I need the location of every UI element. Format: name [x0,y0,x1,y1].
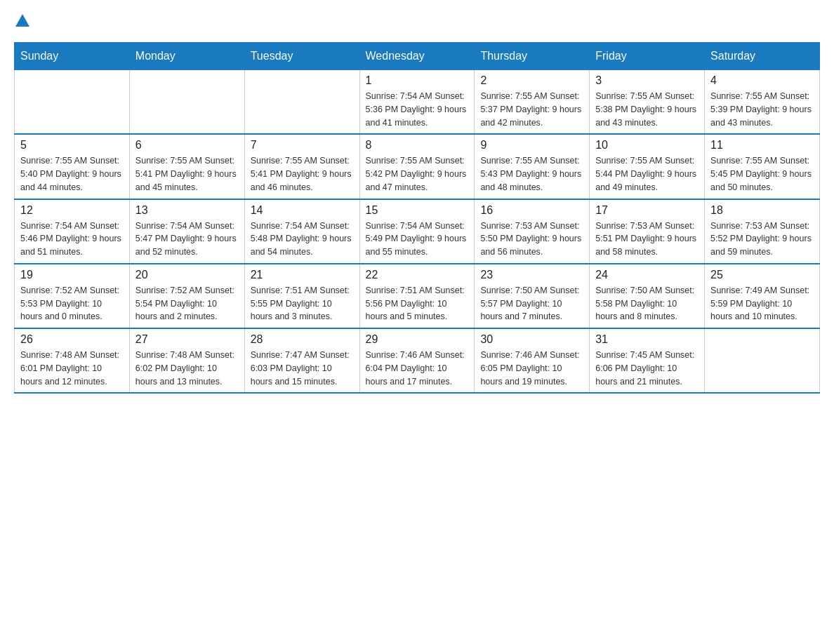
day-info: Sunrise: 7:54 AM Sunset: 5:36 PM Dayligh… [366,90,469,129]
day-info: Sunrise: 7:53 AM Sunset: 5:52 PM Dayligh… [710,220,814,259]
day-header-friday: Friday [590,43,705,70]
day-number: 7 [251,139,354,152]
day-number: 21 [251,269,354,281]
calendar-body: 1Sunrise: 7:54 AM Sunset: 5:36 PM Daylig… [15,70,820,394]
calendar-cell: 17Sunrise: 7:53 AM Sunset: 5:51 PM Dayli… [590,199,705,264]
day-number: 27 [135,333,239,346]
day-number: 24 [595,269,699,281]
calendar-cell [705,328,820,393]
day-number: 17 [595,204,699,217]
day-info: Sunrise: 7:51 AM Sunset: 5:56 PM Dayligh… [366,284,469,323]
day-info: Sunrise: 7:55 AM Sunset: 5:41 PM Dayligh… [251,154,354,194]
calendar-cell [15,70,130,135]
calendar-cell: 2Sunrise: 7:55 AM Sunset: 5:37 PM Daylig… [475,70,590,135]
calendar-week-5: 26Sunrise: 7:48 AM Sunset: 6:01 PM Dayli… [15,328,820,393]
day-header-tuesday: Tuesday [244,43,359,70]
calendar-week-2: 5Sunrise: 7:55 AM Sunset: 5:40 PM Daylig… [15,134,820,199]
day-header-sunday: Sunday [15,43,130,70]
calendar-cell: 23Sunrise: 7:50 AM Sunset: 5:57 PM Dayli… [475,264,590,328]
svg-marker-0 [15,14,29,27]
day-info: Sunrise: 7:55 AM Sunset: 5:39 PM Dayligh… [710,90,814,129]
day-number: 3 [595,74,699,87]
calendar-table: SundayMondayTuesdayWednesdayThursdayFrid… [14,42,820,394]
day-number: 20 [135,269,239,281]
calendar-week-1: 1Sunrise: 7:54 AM Sunset: 5:36 PM Daylig… [15,70,820,135]
day-number: 19 [20,269,124,281]
day-info: Sunrise: 7:55 AM Sunset: 5:43 PM Dayligh… [480,154,583,194]
day-number: 16 [480,204,583,217]
logo-triangle-icon [15,13,29,27]
calendar-cell: 4Sunrise: 7:55 AM Sunset: 5:39 PM Daylig… [705,70,820,135]
day-info: Sunrise: 7:55 AM Sunset: 5:42 PM Dayligh… [366,154,469,194]
calendar-cell: 24Sunrise: 7:50 AM Sunset: 5:58 PM Dayli… [590,264,705,328]
calendar-cell: 1Sunrise: 7:54 AM Sunset: 5:36 PM Daylig… [359,70,475,135]
day-info: Sunrise: 7:45 AM Sunset: 6:06 PM Dayligh… [595,349,699,388]
day-info: Sunrise: 7:47 AM Sunset: 6:03 PM Dayligh… [251,349,354,388]
calendar-cell: 15Sunrise: 7:54 AM Sunset: 5:49 PM Dayli… [359,199,475,264]
calendar-week-3: 12Sunrise: 7:54 AM Sunset: 5:46 PM Dayli… [15,199,820,264]
calendar-header: SundayMondayTuesdayWednesdayThursdayFrid… [15,43,820,70]
calendar-cell [244,70,359,135]
day-header-wednesday: Wednesday [359,43,475,70]
day-number: 31 [595,333,699,346]
day-number: 13 [135,204,239,217]
day-number: 1 [366,74,469,87]
day-number: 14 [251,204,354,217]
day-number: 4 [710,74,814,87]
day-number: 5 [20,139,124,152]
page-header [14,14,820,28]
day-number: 18 [710,204,814,217]
day-info: Sunrise: 7:53 AM Sunset: 5:51 PM Dayligh… [595,220,699,259]
day-info: Sunrise: 7:46 AM Sunset: 6:04 PM Dayligh… [366,349,469,388]
calendar-cell: 26Sunrise: 7:48 AM Sunset: 6:01 PM Dayli… [15,328,130,393]
day-header-row: SundayMondayTuesdayWednesdayThursdayFrid… [15,43,820,70]
day-header-saturday: Saturday [705,43,820,70]
calendar-cell: 10Sunrise: 7:55 AM Sunset: 5:44 PM Dayli… [590,134,705,199]
day-number: 26 [20,333,124,346]
day-number: 15 [366,204,469,217]
calendar-cell: 21Sunrise: 7:51 AM Sunset: 5:55 PM Dayli… [244,264,359,328]
day-info: Sunrise: 7:49 AM Sunset: 5:59 PM Dayligh… [710,284,814,323]
day-info: Sunrise: 7:54 AM Sunset: 5:46 PM Dayligh… [20,220,124,259]
day-number: 29 [366,333,469,346]
day-info: Sunrise: 7:55 AM Sunset: 5:44 PM Dayligh… [595,154,699,194]
day-header-thursday: Thursday [475,43,590,70]
calendar-cell: 7Sunrise: 7:55 AM Sunset: 5:41 PM Daylig… [244,134,359,199]
day-number: 9 [480,139,583,152]
day-info: Sunrise: 7:50 AM Sunset: 5:57 PM Dayligh… [480,284,583,323]
day-number: 6 [135,139,239,152]
day-info: Sunrise: 7:55 AM Sunset: 5:41 PM Dayligh… [135,154,239,194]
day-info: Sunrise: 7:55 AM Sunset: 5:40 PM Dayligh… [20,154,124,194]
day-info: Sunrise: 7:46 AM Sunset: 6:05 PM Dayligh… [480,349,583,388]
calendar-cell: 5Sunrise: 7:55 AM Sunset: 5:40 PM Daylig… [15,134,130,199]
calendar-week-4: 19Sunrise: 7:52 AM Sunset: 5:53 PM Dayli… [15,264,820,328]
calendar-cell: 30Sunrise: 7:46 AM Sunset: 6:05 PM Dayli… [475,328,590,393]
calendar-cell: 25Sunrise: 7:49 AM Sunset: 5:59 PM Dayli… [705,264,820,328]
calendar-cell: 28Sunrise: 7:47 AM Sunset: 6:03 PM Dayli… [244,328,359,393]
calendar-cell: 11Sunrise: 7:55 AM Sunset: 5:45 PM Dayli… [705,134,820,199]
day-number: 11 [710,139,814,152]
day-info: Sunrise: 7:54 AM Sunset: 5:49 PM Dayligh… [366,220,469,259]
day-info: Sunrise: 7:54 AM Sunset: 5:48 PM Dayligh… [251,220,354,259]
day-number: 10 [595,139,699,152]
day-number: 30 [480,333,583,346]
day-info: Sunrise: 7:52 AM Sunset: 5:54 PM Dayligh… [135,284,239,323]
day-info: Sunrise: 7:52 AM Sunset: 5:53 PM Dayligh… [20,284,124,323]
day-number: 23 [480,269,583,281]
day-info: Sunrise: 7:55 AM Sunset: 5:37 PM Dayligh… [480,90,583,129]
calendar-cell: 14Sunrise: 7:54 AM Sunset: 5:48 PM Dayli… [244,199,359,264]
calendar-cell: 22Sunrise: 7:51 AM Sunset: 5:56 PM Dayli… [359,264,475,328]
calendar-cell: 6Sunrise: 7:55 AM Sunset: 5:41 PM Daylig… [129,134,244,199]
calendar-cell: 18Sunrise: 7:53 AM Sunset: 5:52 PM Dayli… [705,199,820,264]
day-number: 2 [480,74,583,87]
calendar-cell: 20Sunrise: 7:52 AM Sunset: 5:54 PM Dayli… [129,264,244,328]
calendar-cell: 29Sunrise: 7:46 AM Sunset: 6:04 PM Dayli… [359,328,475,393]
calendar-cell [129,70,244,135]
calendar-cell: 16Sunrise: 7:53 AM Sunset: 5:50 PM Dayli… [475,199,590,264]
calendar-cell: 8Sunrise: 7:55 AM Sunset: 5:42 PM Daylig… [359,134,475,199]
calendar-cell: 13Sunrise: 7:54 AM Sunset: 5:47 PM Dayli… [129,199,244,264]
logo [14,14,29,28]
day-number: 22 [366,269,469,281]
calendar-cell: 31Sunrise: 7:45 AM Sunset: 6:06 PM Dayli… [590,328,705,393]
day-header-monday: Monday [129,43,244,70]
